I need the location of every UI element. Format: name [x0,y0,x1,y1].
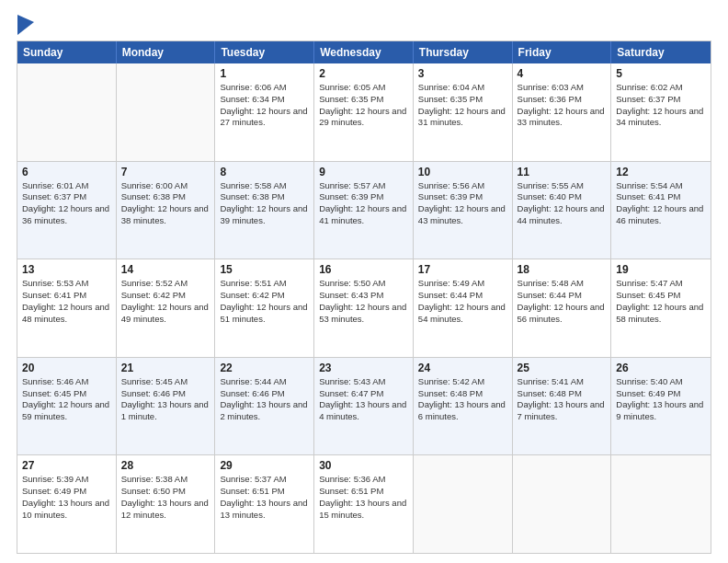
day-number: 22 [220,362,309,374]
day-cell-25: 25Sunrise: 5:41 AM Sunset: 6:48 PM Dayli… [513,358,612,455]
header-day-thursday: Thursday [414,41,513,63]
header [17,17,711,33]
day-number: 19 [616,263,706,276]
day-cell-1: 1Sunrise: 6:06 AM Sunset: 6:34 PM Daylig… [215,63,314,161]
day-cell-2: 2Sunrise: 6:05 AM Sunset: 6:35 PM Daylig… [314,63,414,161]
header-day-sunday: Sunday [17,41,117,63]
day-number: 12 [616,166,706,178]
day-cell-5: 5Sunrise: 6:02 AM Sunset: 6:37 PM Daylig… [611,63,711,161]
empty-cell-0-1 [117,63,216,161]
cell-sun-info: Sunrise: 5:46 AM Sunset: 6:45 PM Dayligh… [22,376,111,423]
empty-cell-4-5 [513,455,612,553]
empty-cell-4-4 [414,455,513,553]
day-number: 7 [121,166,210,178]
day-number: 5 [616,67,706,80]
logo-icon [17,15,34,35]
calendar-row-4: 27Sunrise: 5:39 AM Sunset: 6:49 PM Dayli… [17,454,711,553]
cell-sun-info: Sunrise: 5:55 AM Sunset: 6:40 PM Dayligh… [518,180,607,227]
cell-sun-info: Sunrise: 5:39 AM Sunset: 6:49 PM Dayligh… [22,474,111,521]
day-cell-3: 3Sunrise: 6:04 AM Sunset: 6:35 PM Daylig… [414,63,513,161]
cell-sun-info: Sunrise: 5:53 AM Sunset: 6:41 PM Dayligh… [22,278,111,325]
day-number: 28 [121,459,210,472]
cell-sun-info: Sunrise: 5:48 AM Sunset: 6:44 PM Dayligh… [518,278,607,325]
empty-cell-4-6 [611,455,711,553]
day-cell-10: 10Sunrise: 5:56 AM Sunset: 6:39 PM Dayli… [414,162,513,259]
logo [17,17,36,33]
cell-sun-info: Sunrise: 5:45 AM Sunset: 6:46 PM Dayligh… [121,376,210,423]
cell-sun-info: Sunrise: 5:58 AM Sunset: 6:38 PM Dayligh… [220,180,309,227]
cell-sun-info: Sunrise: 6:04 AM Sunset: 6:35 PM Dayligh… [418,82,507,129]
day-cell-6: 6Sunrise: 6:01 AM Sunset: 6:37 PM Daylig… [17,162,117,259]
day-number: 25 [518,362,607,374]
day-number: 30 [319,459,408,472]
calendar-body: 1Sunrise: 6:06 AM Sunset: 6:34 PM Daylig… [17,63,711,553]
svg-marker-0 [17,15,34,35]
cell-sun-info: Sunrise: 6:01 AM Sunset: 6:37 PM Dayligh… [22,180,111,227]
day-number: 3 [418,67,507,80]
calendar-row-2: 13Sunrise: 5:53 AM Sunset: 6:41 PM Dayli… [17,259,711,357]
cell-sun-info: Sunrise: 5:47 AM Sunset: 6:45 PM Dayligh… [616,278,706,325]
day-number: 24 [418,362,507,374]
cell-sun-info: Sunrise: 5:51 AM Sunset: 6:42 PM Dayligh… [220,278,309,325]
day-number: 1 [220,67,309,80]
day-number: 17 [418,263,507,276]
day-number: 4 [518,67,607,80]
day-cell-19: 19Sunrise: 5:47 AM Sunset: 6:45 PM Dayli… [611,259,711,357]
day-number: 23 [319,362,408,374]
cell-sun-info: Sunrise: 5:56 AM Sunset: 6:39 PM Dayligh… [418,180,507,227]
cell-sun-info: Sunrise: 5:54 AM Sunset: 6:41 PM Dayligh… [616,180,706,227]
header-day-tuesday: Tuesday [215,41,314,63]
header-day-monday: Monday [117,41,216,63]
day-cell-18: 18Sunrise: 5:48 AM Sunset: 6:44 PM Dayli… [513,259,612,357]
cell-sun-info: Sunrise: 6:06 AM Sunset: 6:34 PM Dayligh… [220,82,309,129]
day-number: 9 [319,166,408,178]
day-number: 26 [616,362,706,374]
day-cell-20: 20Sunrise: 5:46 AM Sunset: 6:45 PM Dayli… [17,358,117,455]
day-number: 20 [22,362,111,374]
day-cell-28: 28Sunrise: 5:38 AM Sunset: 6:50 PM Dayli… [117,455,216,553]
cell-sun-info: Sunrise: 5:40 AM Sunset: 6:49 PM Dayligh… [616,376,706,423]
cell-sun-info: Sunrise: 5:42 AM Sunset: 6:48 PM Dayligh… [418,376,507,423]
cell-sun-info: Sunrise: 5:44 AM Sunset: 6:46 PM Dayligh… [220,376,309,423]
day-cell-9: 9Sunrise: 5:57 AM Sunset: 6:39 PM Daylig… [314,162,414,259]
cell-sun-info: Sunrise: 5:52 AM Sunset: 6:42 PM Dayligh… [121,278,210,325]
day-cell-22: 22Sunrise: 5:44 AM Sunset: 6:46 PM Dayli… [215,358,314,455]
calendar-row-3: 20Sunrise: 5:46 AM Sunset: 6:45 PM Dayli… [17,357,711,455]
day-number: 6 [22,166,111,178]
day-cell-15: 15Sunrise: 5:51 AM Sunset: 6:42 PM Dayli… [215,259,314,357]
cell-sun-info: Sunrise: 5:41 AM Sunset: 6:48 PM Dayligh… [518,376,607,423]
day-cell-17: 17Sunrise: 5:49 AM Sunset: 6:44 PM Dayli… [414,259,513,357]
calendar: SundayMondayTuesdayWednesdayThursdayFrid… [17,40,711,554]
page: SundayMondayTuesdayWednesdayThursdayFrid… [0,0,728,563]
day-number: 14 [121,263,210,276]
day-number: 8 [220,166,309,178]
cell-sun-info: Sunrise: 5:36 AM Sunset: 6:51 PM Dayligh… [319,474,408,521]
day-number: 11 [518,166,607,178]
day-cell-13: 13Sunrise: 5:53 AM Sunset: 6:41 PM Dayli… [17,259,117,357]
calendar-row-0: 1Sunrise: 6:06 AM Sunset: 6:34 PM Daylig… [17,63,711,161]
day-number: 21 [121,362,210,374]
day-cell-16: 16Sunrise: 5:50 AM Sunset: 6:43 PM Dayli… [314,259,414,357]
day-number: 18 [518,263,607,276]
day-cell-21: 21Sunrise: 5:45 AM Sunset: 6:46 PM Dayli… [117,358,216,455]
day-number: 10 [418,166,507,178]
cell-sun-info: Sunrise: 5:49 AM Sunset: 6:44 PM Dayligh… [418,278,507,325]
day-cell-4: 4Sunrise: 6:03 AM Sunset: 6:36 PM Daylig… [513,63,612,161]
day-cell-27: 27Sunrise: 5:39 AM Sunset: 6:49 PM Dayli… [17,455,117,553]
day-number: 13 [22,263,111,276]
calendar-row-1: 6Sunrise: 6:01 AM Sunset: 6:37 PM Daylig… [17,161,711,259]
cell-sun-info: Sunrise: 6:05 AM Sunset: 6:35 PM Dayligh… [319,82,408,129]
cell-sun-info: Sunrise: 5:38 AM Sunset: 6:50 PM Dayligh… [121,474,210,521]
day-number: 15 [220,263,309,276]
header-day-friday: Friday [513,41,612,63]
day-number: 29 [220,459,309,472]
header-day-wednesday: Wednesday [314,41,414,63]
cell-sun-info: Sunrise: 5:43 AM Sunset: 6:47 PM Dayligh… [319,376,408,423]
header-day-saturday: Saturday [611,41,711,63]
day-cell-26: 26Sunrise: 5:40 AM Sunset: 6:49 PM Dayli… [611,358,711,455]
calendar-header: SundayMondayTuesdayWednesdayThursdayFrid… [17,41,711,63]
cell-sun-info: Sunrise: 5:57 AM Sunset: 6:39 PM Dayligh… [319,180,408,227]
empty-cell-0-0 [17,63,117,161]
day-number: 2 [319,67,408,80]
day-cell-24: 24Sunrise: 5:42 AM Sunset: 6:48 PM Dayli… [414,358,513,455]
